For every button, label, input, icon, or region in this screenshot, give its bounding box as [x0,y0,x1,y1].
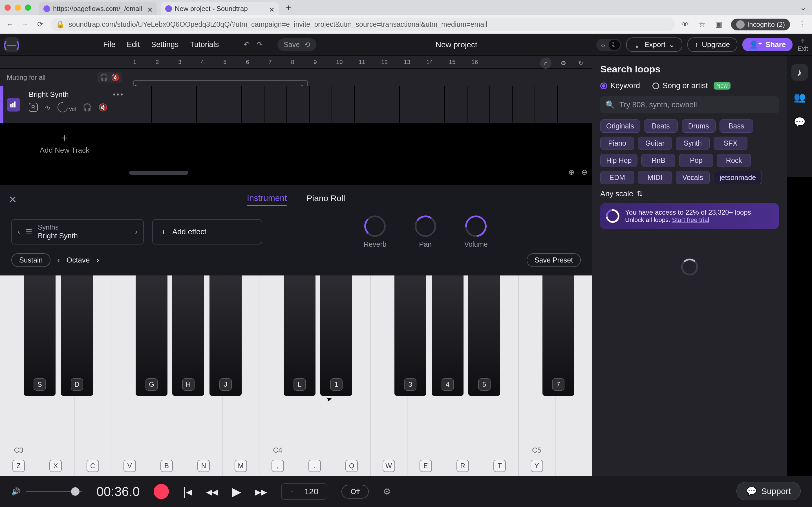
sustain-toggle[interactable]: Sustain [11,253,50,267]
monitor-headphones-icon[interactable]: 🎧 [83,103,92,112]
volume-thumb[interactable] [71,487,80,496]
loop-category-chip[interactable]: Pop [679,154,713,167]
kebab-icon[interactable]: ⋮ [797,20,807,29]
octave-up-icon[interactable]: › [96,256,99,265]
record-arm[interactable]: R [29,103,38,112]
black-key[interactable]: 5 [468,276,500,396]
chevron-left-icon[interactable]: ‹ [17,227,20,236]
reverb-knob[interactable]: Reverb [364,216,387,248]
add-track-button[interactable]: ＋ Add New Track [0,123,129,163]
reload-icon[interactable]: ⟳ [36,20,45,29]
app-logo-icon[interactable]: (—) [4,37,19,52]
address-bar[interactable]: 🔒 soundtrap.com/studio/UYeLebx0Q6OOpedq3… [51,18,675,31]
window-controls[interactable] [4,4,31,11]
black-key[interactable]: S [24,276,56,396]
pan-knob[interactable]: Pan [415,216,436,248]
instrument-icon[interactable] [7,98,20,112]
back-icon[interactable]: ← [5,20,15,29]
metronome-toggle[interactable]: Off [342,485,369,499]
black-key[interactable]: 3 [395,276,426,396]
chevron-right-icon[interactable]: › [135,227,138,236]
export-button[interactable]: ⭳ Export ⌄ [626,38,682,52]
undo-icon[interactable]: ↶ [244,40,250,49]
loop-category-chip[interactable]: MIDI [638,171,672,184]
more-icon[interactable]: ••• [113,90,124,99]
forward-icon[interactable]: ▸▸ [255,485,267,499]
new-tab-button[interactable]: ＋ [284,3,293,12]
loop-category-chip[interactable]: Originals [600,119,640,133]
loop-category-chip[interactable]: Drums [682,119,716,133]
black-key[interactable]: 1 [320,276,352,396]
theme-toggle[interactable]: ☼ ☾ [596,39,621,51]
extension-icon[interactable]: ▣ [714,20,724,29]
save-preset-button[interactable]: Save Preset [527,253,581,267]
record-button[interactable] [154,484,169,499]
gear-icon[interactable]: ⚙ [558,57,569,69]
share-button[interactable]: 👤⁺ Share [742,38,793,51]
instrument-picker[interactable]: ‹ ☰ Synths Bright Synth › [11,219,144,244]
playhead[interactable] [536,56,536,205]
zoom-in-icon[interactable]: ⊕ [568,168,574,177]
automation-icon[interactable]: ∿ [45,103,51,112]
loops-rail-icon[interactable]: ♪ [792,64,808,80]
loop-category-chip[interactable]: Beats [644,119,678,133]
snap-icon[interactable]: ⌂ [540,57,552,69]
loop-category-chip[interactable]: Synth [676,136,710,150]
black-key[interactable]: G [136,276,167,396]
moon-icon[interactable]: ☾ [609,40,620,50]
tempo-box[interactable]: - 120 [281,483,327,500]
volume-knob[interactable]: Volume [464,216,488,248]
sun-icon[interactable]: ☼ [598,40,609,50]
minimize-window-icon[interactable] [15,4,21,11]
close-window-icon[interactable] [4,4,11,11]
collab-rail-icon[interactable]: 👥 [792,89,808,105]
master-volume[interactable]: 🔊 [11,487,82,496]
tab-instrument[interactable]: Instrument [247,193,287,206]
support-button[interactable]: 💬 Support [737,482,801,500]
volume-mini-knob[interactable]: Vol [57,102,76,112]
black-key[interactable]: D [61,276,93,396]
forward-icon[interactable]: → [20,20,30,29]
rewind-icon[interactable]: ◂◂ [206,485,218,499]
zoom-out-icon[interactable]: ⊖ [581,168,588,177]
radio-keyword[interactable]: Keyword [600,81,640,90]
timeline-scrollbar[interactable] [129,168,569,177]
incognito-chip[interactable]: Incognito (2) [731,18,790,31]
loop-category-chip[interactable]: Vocals [676,171,710,184]
loop-category-chip[interactable]: Guitar [638,136,672,150]
loop-category-chip[interactable]: Piano [600,136,634,150]
black-key[interactable]: 7 [543,276,574,396]
eye-off-icon[interactable]: 👁 [680,20,690,29]
save-button[interactable]: Save ⟲ [277,38,316,51]
upgrade-button[interactable]: ↑ Upgrade [688,38,737,52]
close-tab-icon[interactable]: ✕ [147,6,153,11]
star-icon[interactable]: ☆ [697,20,707,29]
scale-picker[interactable]: Any scale ⇅ [600,189,779,198]
unlock-banner[interactable]: You have access to 22% of 23,320+ loops … [600,203,779,229]
black-key[interactable]: J [209,276,241,396]
loop-category-chip[interactable]: EDM [600,171,634,184]
menu-edit[interactable]: Edit [127,40,140,49]
timecode[interactable]: 00:36.0 [96,484,140,499]
timeline-ruler[interactable]: ⌂ ⚙ ↻ 12345678910111213141516 [129,56,592,68]
loop-category-chip[interactable]: SFX [714,136,748,150]
loop-category-chip[interactable]: Hip Hop [600,154,638,167]
menu-tutorials[interactable]: Tutorials [190,40,219,49]
black-key[interactable]: L [284,276,315,396]
project-title[interactable]: New project [321,40,591,49]
add-effect-button[interactable]: ＋ Add effect [152,219,262,244]
play-icon[interactable]: ▶ [232,485,241,499]
browser-tab[interactable]: New project - Soundtrap ✕ [161,2,279,15]
solo-mute-chip[interactable]: 🎧 🔇 [97,72,122,82]
menu-settings[interactable]: Settings [151,40,179,49]
black-key[interactable]: 4 [432,276,463,396]
black-key[interactable]: H [172,276,204,396]
loop-category-chip[interactable]: jetsonmade [714,171,762,184]
maximize-window-icon[interactable] [25,4,31,11]
loop-search-input[interactable]: 🔍 Try 808, synth, cowbell [600,96,779,113]
close-tab-icon[interactable]: ✕ [269,6,274,11]
loop-category-chip[interactable]: RnB [642,154,675,167]
start-trial-link[interactable]: Start free trial [672,216,709,223]
exit-button[interactable]: ⎆ Exit [798,37,808,52]
mute-track-icon[interactable]: 🔇 [98,103,107,112]
